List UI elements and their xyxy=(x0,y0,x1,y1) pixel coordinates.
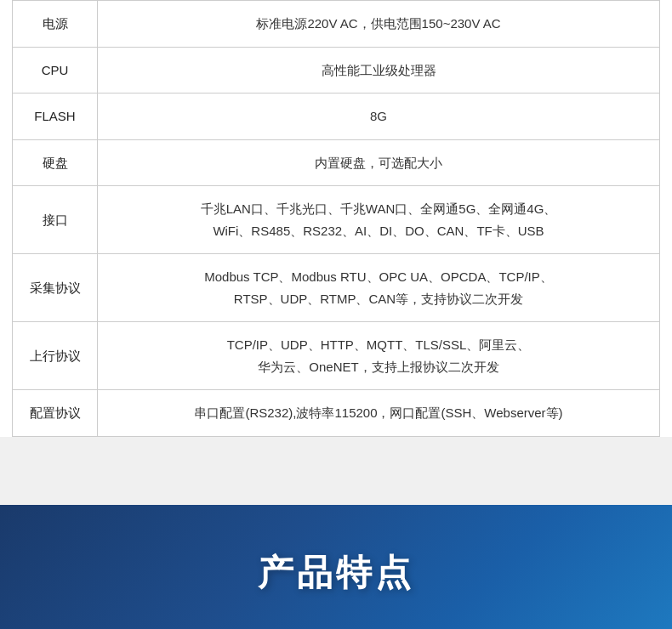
product-features-title: 产品特点 xyxy=(258,549,414,597)
table-row: 采集协议Modbus TCP、Modbus RTU、OPC UA、OPCDA、T… xyxy=(13,254,660,322)
table-row: 接口千兆LAN口、千兆光口、千兆WAN口、全网通5G、全网通4G、WiFi、RS… xyxy=(13,186,660,254)
row-label: 硬盘 xyxy=(13,139,98,186)
specifications-table: 电源标准电源220V AC，供电范围150~230V ACCPU高性能工业级处理… xyxy=(12,0,660,437)
table-row: 配置协议串口配置(RS232),波特率115200，网口配置(SSH、Webse… xyxy=(13,390,660,437)
row-label: 接口 xyxy=(13,186,98,254)
table-row: 上行协议TCP/IP、UDP、HTTP、MQTT、TLS/SSL、阿里云、华为云… xyxy=(13,322,660,390)
row-label: 配置协议 xyxy=(13,390,98,437)
row-value: Modbus TCP、Modbus RTU、OPC UA、OPCDA、TCP/I… xyxy=(98,254,660,322)
row-label: 采集协议 xyxy=(13,254,98,322)
row-label: 电源 xyxy=(13,1,98,48)
row-value: 串口配置(RS232),波特率115200，网口配置(SSH、Webserver… xyxy=(98,390,660,437)
table-row: FLASH8G xyxy=(13,94,660,140)
row-value: TCP/IP、UDP、HTTP、MQTT、TLS/SSL、阿里云、华为云、One… xyxy=(98,322,660,390)
row-label: 上行协议 xyxy=(13,322,98,390)
row-value: 内置硬盘，可选配大小 xyxy=(98,139,660,186)
table-row: 硬盘内置硬盘，可选配大小 xyxy=(13,139,660,186)
table-row: 电源标准电源220V AC，供电范围150~230V AC xyxy=(13,1,660,48)
product-features-section: 产品特点 xyxy=(0,505,672,630)
spacer xyxy=(0,437,672,505)
table-row: CPU高性能工业级处理器 xyxy=(13,47,660,94)
spec-table-section: 电源标准电源220V AC，供电范围150~230V ACCPU高性能工业级处理… xyxy=(0,0,672,437)
row-value: 高性能工业级处理器 xyxy=(98,47,660,94)
row-value: 千兆LAN口、千兆光口、千兆WAN口、全网通5G、全网通4G、WiFi、RS48… xyxy=(98,186,660,254)
row-label: CPU xyxy=(13,47,98,94)
row-label: FLASH xyxy=(13,94,98,140)
row-value: 标准电源220V AC，供电范围150~230V AC xyxy=(98,1,660,48)
row-value: 8G xyxy=(98,94,660,140)
